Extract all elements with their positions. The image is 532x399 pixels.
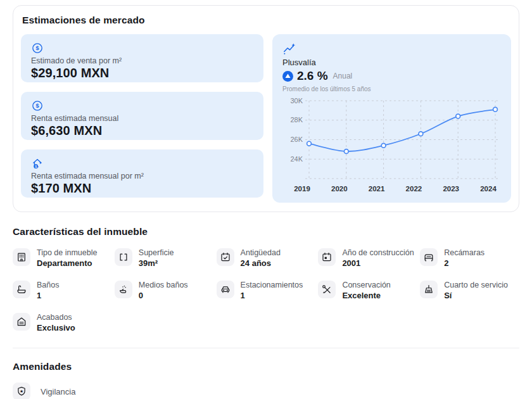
feature-label: Cuarto de servicio [444,281,508,289]
feature-value: 24 años [241,258,281,268]
property-detail-page: Estimaciones de mercado $ Estimado de ve… [0,0,532,399]
feature-value: 2001 [342,258,414,268]
x-tick-label: 2022 [406,185,422,193]
feature-value: 0 [139,291,188,300]
plusvalia-card: Plusvalía 2.6 % Anual Promedio de los úl… [272,34,511,203]
feature-value: Exclusivo [37,323,75,332]
data-point [307,141,312,146]
market-card-label: Renta estimada mensual [31,114,253,123]
feature-value: 1 [241,291,303,300]
section-divider [13,348,519,348]
feature-item: Baños 1 [13,281,112,300]
market-cards-column: $ Estimado de venta por m² $29,100 MXN $… [21,34,263,203]
area-brackets-icon [115,248,132,266]
market-estimate-card: $ Renta estimada mensual $6,630 MXN [21,92,263,140]
feature-value: Sí [444,291,508,300]
feature-item: Año de construcción 2001 [318,248,417,268]
feature-label: Tipo de inmueble [37,248,97,257]
amenities-section: Amenidades ★ Vigilancia [13,361,519,399]
market-card-value: $170 MXN [31,181,253,196]
plusvalia-value-row: 2.6 % Anual [282,69,501,83]
market-grid: $ Estimado de venta por m² $29,100 MXN $… [21,34,511,203]
bathtub-icon [13,281,30,298]
market-estimations-section: Estimaciones de mercado $ Estimado de ve… [13,5,519,212]
features-grid: Tipo de inmueble Departamento Superficie… [13,248,519,332]
feature-label: Baños [37,281,59,289]
calendar-icon [318,248,336,266]
house-finish-icon [13,313,30,331]
market-card-value: $29,100 MXN [31,66,253,80]
bed-icon [420,248,438,266]
feature-item: Estacionamientos 1 [217,281,316,300]
feature-label: Año de construcción [342,248,414,257]
svg-text:$: $ [35,165,37,168]
feature-item: Antigüedad 24 años [217,248,316,268]
y-tick-label: 30K [290,97,303,104]
feature-label: Recámaras [444,248,484,257]
y-tick-label: 24K [290,155,303,163]
building-icon [13,248,30,266]
feature-value: 39m² [139,258,174,268]
plusvalia-line-chart[interactable]: 24K26K28K30K201920202021202220232024 [282,95,501,198]
tools-icon [318,281,336,298]
x-tick-label: 2020 [331,185,348,193]
y-tick-label: 26K [290,136,303,143]
features-section: Características del inmueble Tipo de inm… [13,226,519,332]
broom-icon [420,281,438,298]
svg-text:$: $ [35,103,39,109]
x-tick-label: 2023 [443,185,459,193]
x-tick-label: 2019 [294,185,310,193]
dollar-circle-icon: $ [31,42,44,54]
svg-text:★: ★ [20,389,23,393]
feature-item: Superficie 39m² [115,248,214,268]
plusvalia-period: Anual [333,72,353,80]
trend-sparkle-icon [282,42,501,56]
data-point [344,149,348,154]
market-card-label: Estimado de venta por m² [31,56,253,65]
shield-star-icon: ★ [13,383,30,399]
feature-value: Departamento [37,258,97,268]
market-section-title: Estimaciones de mercado [22,15,511,26]
feature-item: Conservación Excelente [318,281,417,300]
features-section-title: Características del inmueble [13,226,519,238]
market-card-label: Renta estimada mensual por m² [31,172,253,180]
data-point [381,143,386,148]
feature-item: Recámaras 2 [420,248,519,268]
x-tick-label: 2021 [369,185,385,193]
data-point [493,107,498,111]
feature-label: Estacionamientos [241,281,303,289]
feature-item: Tipo de inmueble Departamento [13,248,112,268]
house-dollar-icon: $ [31,157,44,170]
feature-item: Acabados Exclusivo [13,313,112,332]
svg-text:$: $ [35,45,39,51]
feature-value: 1 [37,291,59,300]
x-tick-label: 2024 [480,185,497,193]
amenity-item: ★ Vigilancia [13,383,114,399]
feature-label: Acabados [37,313,75,322]
plusvalia-title: Plusvalía [282,58,501,67]
plusvalia-value: 2.6 % [297,69,328,83]
hand-wash-icon [115,281,132,298]
data-point [456,114,460,118]
feature-value: Excelente [342,291,390,300]
market-estimate-card: $ Renta estimada mensual por m² $170 MXN [21,149,263,198]
amenity-label: Vigilancia [41,387,75,396]
feature-label: Antigüedad [241,248,281,257]
up-arrow-badge-icon [282,71,293,82]
data-point [419,132,423,136]
plusvalia-subtitle: Promedio de los últimos 5 años [282,86,501,92]
feature-label: Superficie [139,248,174,257]
market-estimate-card: $ Estimado de venta por m² $29,100 MXN [21,34,263,82]
feature-item: Medios baños 0 [115,281,214,300]
market-card-value: $6,630 MXN [31,124,253,138]
y-tick-label: 28K [290,116,303,124]
calendar-check-icon [217,248,234,266]
car-icon [217,281,234,298]
feature-label: Conservación [342,281,390,289]
feature-label: Medios baños [139,281,188,289]
dollar-circle-icon: $ [31,99,44,112]
trend-line [309,110,495,151]
amenities-section-title: Amenidades [13,361,519,372]
feature-value: 2 [444,258,484,268]
feature-item: Cuarto de servicio Sí [420,281,519,300]
